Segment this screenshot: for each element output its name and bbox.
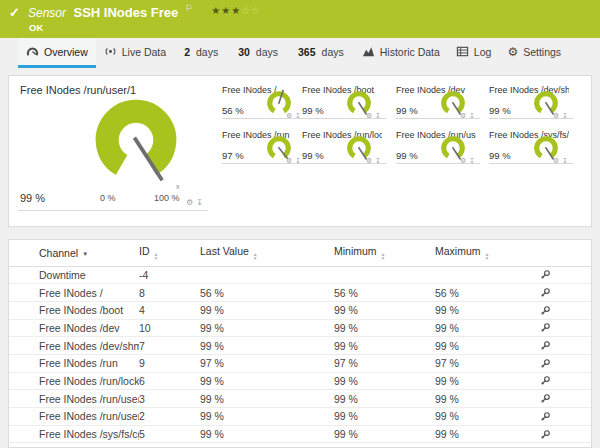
tab-bar: Overview Live Data 2 days 30 days 365 da…	[0, 38, 600, 68]
gauge-pin-icon[interactable]: ↧	[469, 157, 475, 164]
channel-settings-wrench-icon[interactable]	[540, 429, 551, 440]
gauge-value: 99 %	[396, 150, 418, 161]
tab-2-days[interactable]: 2 days	[174, 38, 228, 68]
priority-star[interactable]: ★	[231, 5, 241, 16]
small-gauge-tile[interactable]: Free INodes /dev/shm 99 % ⚙ ↧	[489, 85, 575, 127]
priority-star[interactable]: ★	[211, 5, 221, 16]
gauge-settings-icon[interactable]: ⚙	[553, 112, 559, 119]
tab-label: Overview	[44, 46, 88, 58]
gauge-settings-icon[interactable]: ⚙	[286, 157, 292, 164]
gauge-settings-icon[interactable]: ⚙	[366, 157, 372, 164]
gauge-pin-icon[interactable]: ↧	[196, 199, 203, 207]
channel-settings-wrench-icon[interactable]	[540, 358, 551, 369]
channel-row[interactable]: Free INodes /run 9 97 % 97 % 97 %	[9, 354, 591, 372]
gauges-panel: Free INodes /run/user/1 99 % 0 % 100 % x…	[8, 75, 592, 227]
channel-row[interactable]: Free INodes /run/user/1 2 99 % 99 % 99 %	[9, 408, 591, 426]
primary-gauge	[88, 92, 184, 188]
cell-maximum: 99 %	[435, 372, 532, 390]
gauge-pin-icon[interactable]: ↧	[375, 112, 381, 119]
cell-id: 5	[139, 425, 200, 443]
gauge-pin-icon[interactable]: ↧	[295, 157, 301, 164]
priority-star[interactable]: ☆	[241, 5, 251, 16]
cell-id: 10	[139, 319, 200, 337]
channel-row[interactable]: Free INodes /dev/shm 7 99 % 99 % 99 %	[9, 337, 591, 355]
cell-actions	[532, 425, 591, 443]
tab-live-data[interactable]: Live Data	[96, 38, 174, 68]
cell-last-value: 99 %	[200, 301, 334, 319]
tab-overview[interactable]: Overview	[18, 38, 96, 68]
channel-settings-wrench-icon[interactable]	[540, 322, 551, 333]
cell-actions	[532, 390, 591, 408]
gauge-settings-icon[interactable]: ⚙	[366, 112, 372, 119]
tab-30-days[interactable]: 30 days	[228, 38, 288, 68]
channel-row[interactable]: Free INodes /boot 4 99 % 99 % 99 %	[9, 301, 591, 319]
gauge-pin-icon[interactable]: ↧	[375, 157, 381, 164]
column-header-channel[interactable]: Channel▼	[9, 240, 139, 266]
cell-maximum: 99 %	[435, 319, 532, 337]
tab-365-days[interactable]: 365 days	[288, 38, 354, 68]
primary-gauge-tile[interactable]: Free INodes /run/user/1 99 % 0 % 100 % x…	[18, 83, 208, 218]
gauge-pin-icon[interactable]: ↧	[469, 112, 475, 119]
gauge-settings-icon[interactable]: ⚙	[460, 112, 466, 119]
small-gauge-tile[interactable]: Free INodes /dev 99 % ⚙ ↧	[396, 85, 482, 127]
cell-last-value	[200, 266, 334, 284]
cell-last-value: 99 %	[200, 372, 334, 390]
channel-settings-wrench-icon[interactable]	[540, 411, 551, 422]
cell-actions	[532, 301, 591, 319]
cell-maximum: 99 %	[435, 337, 532, 355]
live-data-icon	[104, 45, 117, 58]
tab-log[interactable]: Log	[448, 38, 500, 68]
small-gauge-tile[interactable]: Free INodes /sys/fs/cg 99 % ⚙ ↧	[489, 130, 575, 172]
cell-id: 8	[139, 284, 200, 302]
small-gauge-tile[interactable]: Free INodes /run/user/ 99 % ⚙ ↧	[396, 130, 482, 172]
cell-minimum: 99 %	[334, 408, 435, 426]
cell-channel: Free INodes /sys/fs/cgr...	[9, 425, 139, 443]
table-header-row: Channel▼ID▲▼Last Value▲▼Minimum▲▼Maximum…	[9, 240, 591, 266]
channel-settings-wrench-icon[interactable]	[540, 269, 551, 280]
sensor-title-line: Sensor SSH INodes Free ⚐ ★★★☆☆	[28, 3, 261, 21]
gauge-value: 99 %	[20, 192, 45, 204]
small-gauge-tile[interactable]: Free INodes /boot 99 % ⚙ ↧	[302, 85, 388, 127]
gauge-pin-icon[interactable]: ↧	[562, 112, 568, 119]
small-gauge-tile[interactable]: Free INodes /run 97 % ⚙ ↧	[222, 130, 308, 172]
cell-minimum: 97 %	[334, 354, 435, 372]
channel-row[interactable]: Free INodes / 8 56 % 56 % 56 %	[9, 284, 591, 302]
channel-settings-wrench-icon[interactable]	[540, 375, 551, 386]
priority-star[interactable]: ★	[221, 5, 231, 16]
column-header-last-value[interactable]: Last Value▲▼	[200, 240, 334, 266]
column-header-minimum[interactable]: Minimum▲▼	[334, 240, 435, 266]
cell-minimum: 99 %	[334, 301, 435, 319]
tab-label: Live Data	[122, 46, 166, 58]
tab-historic-data[interactable]: Historic Data	[354, 38, 448, 68]
gauge-settings-icon[interactable]: ⚙	[553, 157, 559, 164]
column-header-maximum[interactable]: Maximum▲▼	[435, 240, 532, 266]
cell-minimum: 99 %	[334, 337, 435, 355]
tab-settings[interactable]: ⚙ Settings	[499, 38, 569, 68]
channel-row[interactable]: Free INodes /run/lock 6 99 % 99 % 99 %	[9, 372, 591, 390]
small-gauge-tile[interactable]: Free INodes /run/lock 99 % ⚙ ↧	[302, 130, 388, 172]
sort-toggle-icon: ▲▼	[381, 252, 386, 260]
channel-settings-wrench-icon[interactable]	[540, 287, 551, 298]
small-gauge-tile[interactable]: Free INodes / 56 % ⚙ ↧	[222, 85, 308, 127]
channel-settings-wrench-icon[interactable]	[540, 393, 551, 404]
gauge-pin-icon[interactable]: ↧	[562, 157, 568, 164]
priority-star[interactable]: ☆	[251, 5, 261, 16]
channel-row[interactable]: Downtime -4	[9, 266, 591, 284]
channel-row[interactable]: Free INodes /dev 10 99 % 99 % 99 %	[9, 319, 591, 337]
cell-last-value: 99 %	[200, 390, 334, 408]
cell-actions	[532, 354, 591, 372]
gauge-settings-icon[interactable]: ⚙	[286, 112, 292, 119]
gauge-pin-icon[interactable]: ↧	[295, 112, 301, 119]
gauge-settings-icon[interactable]: ⚙	[460, 157, 466, 164]
channel-row[interactable]: Free INodes /sys/fs/cgr... 5 99 % 99 % 9…	[9, 425, 591, 443]
priority-stars[interactable]: ★★★☆☆	[211, 5, 261, 16]
channel-settings-wrench-icon[interactable]	[540, 305, 551, 316]
channel-row[interactable]: Free INodes /run/user/1 3 99 % 99 % 99 %	[9, 390, 591, 408]
column-label: Last Value	[200, 245, 249, 257]
channel-settings-wrench-icon[interactable]	[540, 340, 551, 351]
column-label: Minimum	[334, 245, 377, 257]
cell-id: 2	[139, 408, 200, 426]
column-header-id[interactable]: ID▲▼	[139, 240, 200, 266]
gauge-settings-icon[interactable]: ⚙	[186, 199, 193, 207]
sort-toggle-icon: ▲▼	[253, 252, 258, 260]
